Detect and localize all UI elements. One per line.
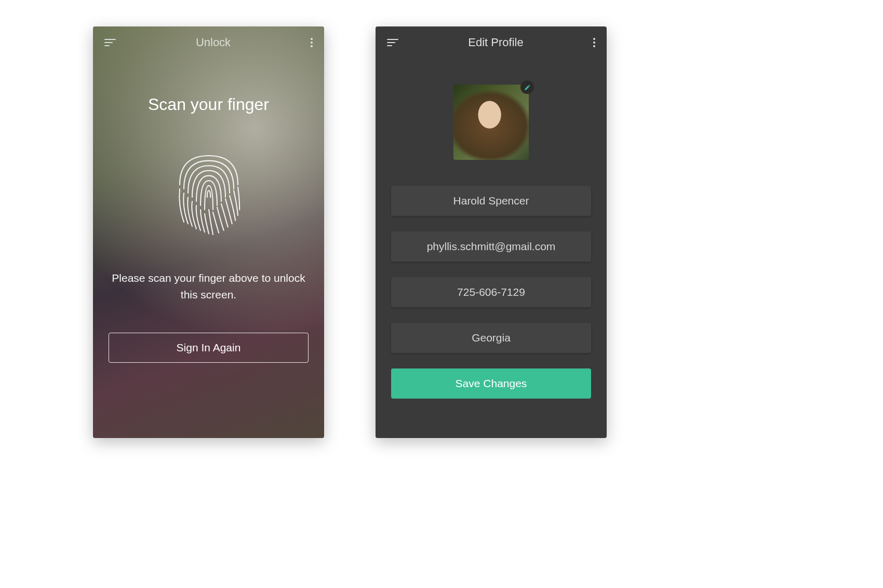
avatar <box>453 85 529 160</box>
edit-profile-screen: Edit Profile Save Changes <box>376 26 607 438</box>
save-changes-button[interactable]: Save Changes <box>391 368 591 399</box>
signin-again-button[interactable]: Sign In Again <box>109 333 309 363</box>
fingerprint-icon[interactable] <box>167 145 250 249</box>
unlock-content: Scan your finger <box>93 59 324 438</box>
unlock-title: Unlock <box>116 36 311 49</box>
unlock-subtext: Please scan your finger above to unlock … <box>109 270 309 303</box>
edit-header: Edit Profile <box>376 26 607 59</box>
edit-title: Edit Profile <box>398 36 593 49</box>
avatar-container <box>453 85 529 160</box>
menu-icon[interactable] <box>104 39 116 46</box>
unlock-screen: Unlock Scan your finger <box>93 26 324 438</box>
edit-content: Save Changes <box>376 59 607 414</box>
unlock-heading: Scan your finger <box>148 95 269 114</box>
phone-field[interactable] <box>391 277 591 307</box>
more-icon[interactable] <box>311 38 313 47</box>
more-icon[interactable] <box>593 38 595 47</box>
name-field[interactable] <box>391 186 591 216</box>
location-field[interactable] <box>391 323 591 353</box>
email-field[interactable] <box>391 231 591 262</box>
edit-avatar-button[interactable] <box>520 80 534 94</box>
unlock-header: Unlock <box>93 26 324 59</box>
menu-icon[interactable] <box>387 39 398 46</box>
pencil-icon <box>524 84 531 91</box>
